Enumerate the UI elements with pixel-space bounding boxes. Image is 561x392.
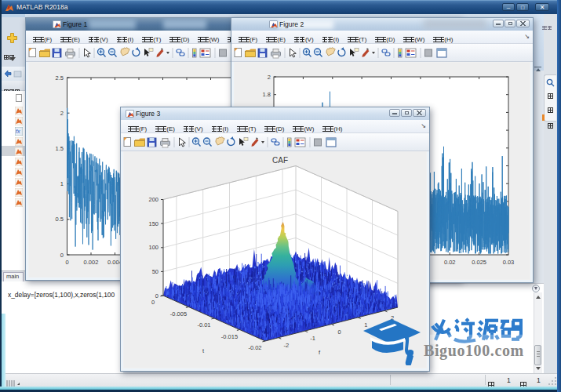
svg-text:-2: -2: [284, 342, 290, 349]
svg-text:t: t: [202, 347, 205, 354]
svg-text:CAF: CAF: [272, 156, 288, 165]
svg-text:-0.015: -0.015: [221, 333, 238, 340]
svg-text:0: 0: [337, 328, 341, 336]
svg-text:100: 100: [148, 244, 158, 251]
svg-text:0: 0: [155, 292, 158, 299]
svg-text:-1: -1: [310, 335, 315, 342]
svg-text:-0.005: -0.005: [170, 310, 187, 318]
svg-text:-0.02: -0.02: [248, 344, 261, 351]
svg-text:200: 200: [148, 196, 158, 203]
svg-text:0: 0: [151, 299, 155, 306]
svg-text:-0.01: -0.01: [197, 321, 210, 328]
svg-text:f: f: [319, 349, 321, 356]
svg-text:50: 50: [152, 268, 158, 275]
svg-text:150: 150: [148, 220, 158, 227]
